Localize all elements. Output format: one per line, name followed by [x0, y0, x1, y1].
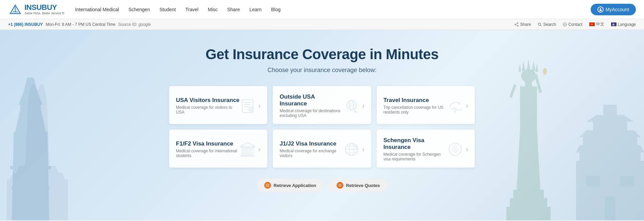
card-content: USA Visitors Insurance Medical coverage … — [176, 97, 239, 115]
svg-rect-72 — [251, 148, 253, 155]
card-chevron-icon: › — [362, 146, 364, 153]
top-navigation: INSUBUY Same Price. Better Service.® Int… — [0, 0, 644, 19]
search-icon — [538, 22, 542, 27]
j1j2-description: Medical coverage for exchange visitors — [280, 149, 343, 158]
svg-point-84 — [455, 152, 456, 153]
card-content: Outside USA Insurance Medical coverage f… — [280, 94, 343, 118]
outside-usa-card[interactable]: Outside USA Insurance Medical coverage f… — [273, 86, 371, 124]
card-text: J1/J2 Visa Insurance Medical coverage fo… — [280, 140, 343, 158]
f1f2-title: F1/F2 Visa Insurance — [176, 140, 239, 147]
svg-point-80 — [457, 146, 458, 147]
hero-title: Get Insurance Coverage in Minutes — [205, 46, 439, 63]
nav-share[interactable]: Share — [227, 7, 240, 12]
usa-visitors-card[interactable]: USA Visitors Insurance Medical coverage … — [169, 86, 267, 124]
logo-icon — [8, 2, 22, 17]
card-text: Travel Insurance Trip cancellation cover… — [383, 97, 447, 115]
hero-section: Get Insurance Coverage in Minutes Choose… — [0, 30, 644, 220]
svg-rect-69 — [242, 148, 244, 155]
svg-point-83 — [457, 151, 458, 152]
myaccount-button[interactable]: MyAccount — [591, 4, 636, 15]
myaccount-label: MyAccount — [606, 7, 629, 12]
phone-number[interactable]: +1 (866) INSUBUY — [8, 22, 43, 27]
retrieve-application-label: Retrieve Application — [274, 183, 316, 188]
svg-point-10 — [538, 23, 541, 25]
source-id: Source ID: google — [118, 22, 151, 27]
user-icon — [597, 6, 604, 13]
language-link[interactable]: ▦ Language — [611, 22, 636, 27]
outside-usa-icon — [343, 98, 360, 114]
svg-point-93 — [339, 184, 341, 187]
usa-visitors-description: Medical coverage for visitors to USA — [176, 105, 239, 115]
svg-rect-73 — [241, 155, 254, 156]
card-chevron-icon: › — [466, 146, 468, 153]
svg-point-88 — [453, 146, 454, 147]
card-chevron-icon: › — [466, 102, 468, 109]
share-link[interactable]: Share — [515, 22, 531, 27]
svg-point-7 — [515, 24, 516, 25]
nav-schengen[interactable]: Schengen — [128, 7, 150, 12]
svg-rect-70 — [245, 148, 247, 155]
card-chevron-icon: › — [362, 102, 364, 109]
chinese-link[interactable]: ★ 中文 — [589, 21, 604, 27]
schengen-title: Schengen Visa Insurance — [383, 137, 447, 151]
outside-usa-title: Outside USA Insurance — [280, 94, 343, 107]
nav-international-medical[interactable]: International Medical — [75, 7, 119, 12]
share-icon — [515, 22, 519, 27]
retrieve-application-button[interactable]: Retrieve Application — [257, 178, 324, 192]
svg-line-8 — [516, 23, 517, 24]
bottom-action-buttons: Retrieve Application Retrieve Quotes — [257, 178, 388, 192]
f1f2-visa-card[interactable]: F1/F2 Visa Insurance Medical coverage fo… — [169, 130, 267, 168]
svg-marker-67 — [241, 142, 254, 147]
svg-point-12 — [563, 23, 567, 26]
china-flag-icon: ★ — [589, 22, 595, 26]
card-chevron-icon: › — [258, 146, 261, 153]
svg-point-65 — [454, 109, 456, 112]
retrieve-quotes-button[interactable]: Retrieve Quotes — [329, 178, 388, 192]
svg-point-87 — [452, 148, 453, 149]
outside-usa-description: Medical coverage for destinations exclud… — [280, 108, 343, 118]
travel-description: Trip cancellation coverage for US reside… — [383, 105, 447, 115]
us-flag-icon: ▦ — [611, 22, 616, 26]
svg-point-82 — [458, 150, 459, 151]
svg-point-4 — [600, 8, 601, 10]
usa-visitors-icon — [239, 98, 256, 114]
card-text: USA Visitors Insurance Medical coverage … — [176, 97, 239, 115]
nav-blog[interactable]: Blog — [271, 7, 281, 12]
svg-point-79 — [455, 145, 456, 146]
svg-point-5 — [517, 22, 518, 23]
svg-point-81 — [458, 148, 459, 149]
j1j2-visa-card[interactable]: J1/J2 Visa Insurance Medical coverage fo… — [273, 130, 371, 168]
main-nav-links: International Medical Schengen Student T… — [75, 7, 591, 12]
contact-link[interactable]: Contact — [563, 22, 582, 27]
nav-misc[interactable]: Misc — [208, 7, 218, 12]
card-content: J1/J2 Visa Insurance Medical coverage fo… — [280, 140, 343, 158]
svg-point-86 — [452, 150, 453, 151]
svg-rect-37 — [506, 207, 551, 220]
logo-tagline: Same Price. Better Service.® — [24, 12, 64, 15]
nav-learn[interactable]: Learn — [249, 7, 262, 12]
insurance-cards-grid: USA Visitors Insurance Medical coverage … — [169, 86, 475, 168]
logo[interactable]: INSUBUY Same Price. Better Service.® — [8, 2, 64, 17]
svg-line-9 — [516, 24, 517, 26]
card-text: F1/F2 Visa Insurance Medical coverage fo… — [176, 140, 239, 158]
svg-point-89 — [454, 148, 457, 151]
search-link[interactable]: Search — [538, 22, 556, 27]
svg-point-85 — [453, 151, 454, 152]
svg-marker-63 — [355, 111, 357, 113]
retrieve-application-icon — [264, 182, 271, 189]
nav-student[interactable]: Student — [159, 7, 176, 12]
svg-rect-47 — [605, 197, 615, 220]
retrieve-quotes-label: Retrieve Quotes — [346, 183, 380, 188]
svg-line-11 — [540, 25, 541, 26]
card-content: Schengen Visa Insurance Medical coverage… — [383, 137, 447, 162]
info-bar-right-links: Share Search Contact ★ 中文 ▦ Language — [515, 21, 636, 27]
hero-subtitle: Choose your insurance coverage below: — [267, 67, 376, 74]
schengen-visa-card[interactable]: Schengen Visa Insurance Medical coverage… — [377, 130, 475, 168]
hero-content: Get Insurance Coverage in Minutes Choose… — [0, 30, 644, 192]
card-text: Schengen Visa Insurance Medical coverage… — [383, 137, 447, 162]
travel-insurance-icon — [447, 98, 463, 114]
contact-icon — [563, 22, 567, 27]
travel-insurance-card[interactable]: Travel Insurance Trip cancellation cover… — [377, 86, 475, 124]
svg-rect-36 — [510, 198, 547, 208]
nav-travel[interactable]: Travel — [185, 7, 198, 12]
